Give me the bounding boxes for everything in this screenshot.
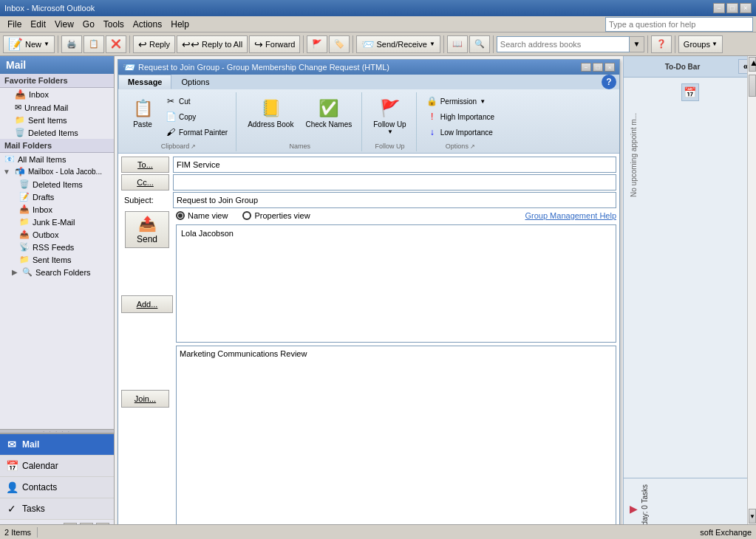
add-button[interactable]: Add... — [121, 295, 173, 313]
to-button[interactable]: To... — [121, 157, 169, 173]
search-input[interactable] — [497, 36, 630, 52]
flag-button[interactable]: 🚩 — [307, 35, 327, 53]
send-button[interactable]: 📤 Send — [125, 211, 169, 248]
group-name-area[interactable]: Marketing Communications Review — [176, 346, 616, 532]
sidebar-item-search[interactable]: ▶ 🔍 Search Folders — [0, 266, 114, 278]
calendar-nav-icon: 📅 — [6, 460, 18, 472]
subject-field[interactable] — [173, 192, 616, 208]
move-button[interactable]: 📋 — [84, 35, 104, 53]
scrollbar[interactable]: ▲ ▼ — [747, 56, 756, 524]
left-section: 📤 Send Add... Join... — [121, 211, 173, 532]
tab-message[interactable]: Message — [118, 75, 171, 89]
reply-button[interactable]: ↩ Reply — [133, 35, 175, 53]
menu-help[interactable]: Help — [166, 18, 194, 31]
main-toolbar: 📝 New ▼ 🖨️ 📋 ❌ ↩ Reply ↩↩ Reply to All ↪… — [0, 32, 756, 56]
sidebar-item-unread[interactable]: ✉ Unread Mail — [0, 101, 114, 114]
clipboard-small-btns: ✂ Cut 📄 Copy 🖌 Format Painter — [161, 94, 231, 140]
delete-button[interactable]: ❌ — [106, 35, 126, 53]
scrollbar-up[interactable]: ▲ — [749, 57, 756, 72]
properties-view-radio[interactable] — [242, 211, 251, 220]
low-importance-button[interactable]: ↓ Low Importance — [423, 125, 498, 140]
menu-tools[interactable]: Tools — [99, 18, 129, 31]
favorites-title: Favorite Folders — [0, 74, 114, 88]
cc-button[interactable]: Cc... — [121, 174, 169, 190]
sidebar-item-inbox[interactable]: 📥 Inbox — [0, 203, 114, 216]
no-appointments-text: No upcoming appoint m... — [624, 107, 756, 478]
check-names-button[interactable]: ✅ Check Names — [300, 94, 357, 131]
forward-button[interactable]: ↪ Forward — [249, 35, 300, 53]
cut-button[interactable]: ✂ Cut — [161, 94, 231, 109]
sidebar-item-drafts[interactable]: 📝 Drafts — [0, 190, 114, 203]
to-btn-area: To... — [121, 157, 173, 173]
options-btns: 🔒 Permission ▼ ! High Importance ↓ — [423, 94, 498, 140]
format-painter-button[interactable]: 🖌 Format Painter — [161, 125, 231, 140]
to-field[interactable] — [173, 157, 616, 173]
ribbon-help-icon[interactable]: ? — [602, 75, 616, 89]
format-painter-icon: 🖌 — [165, 126, 177, 138]
maximize-button[interactable]: □ — [726, 3, 738, 13]
menu-go[interactable]: Go — [78, 18, 99, 31]
nav-contacts[interactable]: 👤 Contacts — [0, 477, 114, 498]
close-button[interactable]: × — [740, 3, 752, 13]
compose-title-text: Request to Join Group - Group Membership… — [138, 63, 581, 72]
compose-maximize[interactable]: □ — [593, 63, 603, 72]
compose-close[interactable]: × — [605, 63, 615, 72]
compose-minimize[interactable]: − — [581, 63, 591, 72]
new-button[interactable]: 📝 New ▼ — [3, 35, 55, 53]
address-book-button-ribbon[interactable]: 📒 Address Book — [242, 94, 299, 131]
sidebar-item-rss[interactable]: 📡 RSS Feeds — [0, 241, 114, 253]
options-arrow[interactable]: ↗ — [470, 143, 475, 150]
print-button[interactable]: 🖨️ — [61, 35, 82, 53]
clipboard-arrow[interactable]: ↗ — [191, 143, 196, 150]
help-button[interactable]: ❓ — [651, 35, 672, 53]
clipboard-items: 📋 Paste ✂ Cut 📄 Copy — [126, 92, 231, 141]
question-input[interactable] — [605, 17, 753, 32]
sidebar-item-sent-favorite[interactable]: 📁 Sent Items — [0, 114, 114, 126]
minimize-button[interactable]: − — [713, 3, 725, 13]
sidebar-item-inbox-favorite[interactable]: 📥 Inbox — [0, 88, 114, 101]
ribbon-content: 📋 Paste ✂ Cut 📄 Copy — [118, 89, 619, 153]
todo-calendar-icon[interactable]: 📅 — [681, 83, 699, 101]
high-importance-button[interactable]: ! High Importance — [423, 109, 498, 124]
send-receive-button[interactable]: 📨 Send/Receive ▼ — [356, 35, 440, 53]
menu-file[interactable]: File — [3, 18, 26, 31]
mail-nav-icon: ✉ — [6, 439, 18, 450]
sidebar-item-junk[interactable]: 📁 Junk E-Mail — [0, 216, 114, 228]
follow-up-button[interactable]: 🚩 Follow Up ▼ — [368, 94, 411, 138]
address-book-button[interactable]: 📖 — [447, 35, 468, 53]
scrollbar-down[interactable]: ▼ — [749, 509, 756, 523]
cc-field[interactable] — [173, 174, 616, 190]
copy-button[interactable]: 📄 Copy — [161, 109, 231, 124]
groups-button[interactable]: Groups ▼ — [678, 35, 723, 53]
group-mgmt-link[interactable]: Group Management Help — [525, 211, 616, 220]
menu-actions[interactable]: Actions — [129, 18, 166, 31]
nav-tasks[interactable]: ✓ Tasks — [0, 498, 114, 520]
contacts-nav-icon: 👤 — [6, 481, 18, 493]
properties-view-option[interactable]: Properties view — [242, 211, 310, 220]
sidebar-mailbox[interactable]: ▼ 📬 Mailbox - Lola Jacob... — [0, 165, 114, 178]
permission-button[interactable]: 🔒 Permission ▼ — [423, 94, 498, 109]
name-view-radio[interactable] — [176, 211, 185, 220]
tab-options[interactable]: Options — [171, 75, 219, 89]
find-button[interactable]: 🔍 — [469, 35, 490, 53]
nav-mail[interactable]: ✉ Mail — [0, 434, 114, 456]
sidebar-item-sent[interactable]: 📁 Sent Items — [0, 253, 114, 266]
sidebar-item-deleted[interactable]: 🗑️ Deleted Items — [0, 178, 114, 190]
paste-button[interactable]: 📋 Paste — [126, 94, 160, 131]
menu-view[interactable]: View — [50, 18, 78, 31]
menu-edit[interactable]: Edit — [26, 18, 50, 31]
name-view-option[interactable]: Name view — [176, 211, 228, 220]
sidebar-item-outbox[interactable]: 📤 Outbox — [0, 228, 114, 241]
member-list[interactable]: Lola Jacobson — [176, 224, 616, 343]
category-button[interactable]: 🏷️ — [329, 35, 350, 53]
join-button[interactable]: Join... — [121, 390, 169, 408]
sidebar-item-deleted-favorite[interactable]: 🗑️ Deleted Items — [0, 126, 114, 139]
scrollbar-thumb[interactable] — [749, 75, 756, 97]
clipboard-label: Clipboard ↗ — [161, 143, 197, 150]
expand-search-icon: ▶ — [12, 268, 18, 276]
search-button[interactable]: ▼ — [630, 36, 644, 52]
nav-calendar[interactable]: 📅 Calendar — [0, 456, 114, 477]
reply-all-button[interactable]: ↩↩ Reply to All — [177, 35, 248, 53]
to-row: To... — [121, 157, 616, 173]
sidebar-item-all-mail[interactable]: 📧 All Mail Items — [0, 153, 114, 165]
